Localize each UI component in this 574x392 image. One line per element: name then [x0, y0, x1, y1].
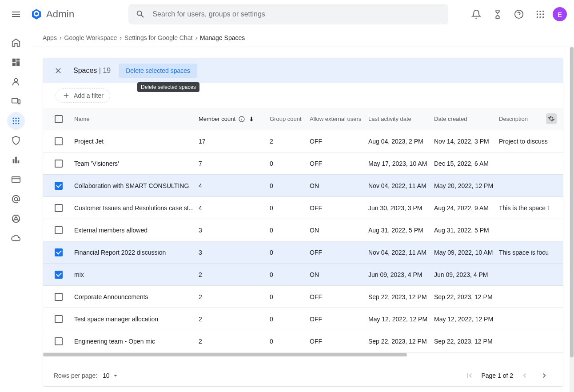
avatar[interactable]: E — [553, 7, 567, 21]
table-row[interactable]: Customer Issues and Resolutions case st.… — [43, 197, 563, 219]
sidebar-item-storage[interactable] — [7, 229, 25, 247]
prev-page-button[interactable] — [517, 368, 533, 384]
sidebar-item-apps[interactable] — [7, 112, 25, 130]
svg-point-30 — [14, 197, 17, 200]
shield-icon — [11, 136, 21, 145]
person-icon — [11, 77, 21, 87]
column-settings-button[interactable] — [546, 113, 557, 124]
search-input[interactable] — [152, 10, 441, 18]
cell-activity: Sep 22, 2023, 12 PM — [368, 338, 434, 345]
select-all-checkbox[interactable] — [55, 115, 63, 123]
table-row[interactable]: Project Jet172OFFAug 04, 2023, 2 PMNov 1… — [43, 130, 563, 152]
sidebar-item-billing[interactable] — [7, 171, 25, 188]
svg-point-4 — [537, 13, 538, 15]
cell-group: 0 — [270, 293, 310, 300]
row-checkbox[interactable] — [55, 315, 63, 323]
at-icon — [11, 194, 21, 204]
table-row[interactable]: External members allowed30ONAug 31, 2022… — [43, 219, 563, 241]
help-icon — [514, 9, 524, 19]
next-page-button[interactable] — [536, 368, 552, 384]
cell-created: Sep 22, 2023, 12 PM — [434, 338, 499, 345]
cell-member: 2 — [199, 316, 270, 323]
breadcrumb-current: Manage Spaces — [200, 34, 245, 41]
row-checkbox[interactable] — [55, 271, 63, 279]
col-header-member[interactable]: Member count — [199, 116, 270, 123]
table-row[interactable]: mix20ONJun 09, 2023, 4 PMJun 09, 2023, 4… — [43, 264, 563, 286]
table-row[interactable]: Team 'Visioners'70OFFMay 17, 2023, 10 AM… — [43, 152, 563, 175]
col-header-external[interactable]: Allow external users — [310, 116, 368, 122]
horizontal-scrollbar[interactable] — [43, 352, 563, 357]
breadcrumb-item[interactable]: Settings for Google Chat — [124, 34, 192, 41]
sidebar-item-rules[interactable] — [7, 210, 25, 228]
col-header-activity[interactable]: Last activity date — [368, 116, 434, 122]
sidebar-item-security[interactable] — [7, 132, 25, 149]
row-checkbox[interactable] — [55, 293, 63, 301]
sidebar-item-account[interactable] — [7, 190, 25, 208]
row-checkbox[interactable] — [55, 137, 63, 145]
svg-point-2 — [539, 11, 541, 12]
row-checkbox[interactable] — [55, 248, 63, 256]
rpp-select[interactable]: 10 — [103, 372, 120, 380]
cell-group: 0 — [270, 227, 310, 234]
notifications-button[interactable] — [467, 5, 485, 23]
rpp-label: Rows per page: — [54, 372, 97, 379]
svg-point-3 — [542, 11, 544, 12]
svg-rect-16 — [18, 100, 20, 104]
row-checkbox[interactable] — [55, 204, 63, 212]
apps-button[interactable] — [531, 5, 549, 23]
page-indicator: Page 1 of 2 — [481, 372, 513, 379]
sidebar-item-reporting[interactable] — [7, 151, 25, 169]
cell-created: May 12, 2022, 12 PM — [434, 316, 499, 323]
svg-point-21 — [15, 120, 16, 121]
tasks-button[interactable] — [489, 5, 506, 23]
cell-member: 2 — [199, 271, 270, 278]
selection-title: Spaces | 19 — [73, 67, 111, 75]
cell-name: Project Jet — [74, 138, 199, 145]
cell-member: 4 — [199, 182, 270, 189]
row-checkbox[interactable] — [55, 337, 63, 345]
app-logo[interactable]: Admin — [30, 8, 74, 20]
table-row[interactable]: Financial Report 2022 discussion30OFFNov… — [43, 241, 563, 264]
sidebar-item-users[interactable] — [7, 73, 25, 91]
header-actions: E — [467, 5, 567, 23]
delete-selected-button[interactable]: Delete selected spaces — [119, 64, 197, 78]
sidebar-item-home[interactable] — [7, 34, 25, 52]
breadcrumb-item[interactable]: Google Workspace — [64, 34, 117, 41]
cell-activity: May 12, 2022, 12 PM — [368, 316, 434, 323]
cell-name: External members allowed — [74, 227, 199, 234]
col-header-group[interactable]: Group count — [270, 116, 310, 122]
col-header-name[interactable]: Name — [74, 116, 199, 122]
cell-external: OFF — [310, 249, 368, 256]
first-page-button[interactable] — [462, 368, 478, 384]
cell-name: Corporate Announcements — [74, 293, 199, 300]
table-row[interactable]: Collaboration with SMART CONSULTING40ONN… — [43, 175, 563, 197]
table-body: Project Jet172OFFAug 04, 2023, 2 PMNov 1… — [43, 130, 563, 352]
clear-selection-button[interactable] — [51, 64, 65, 78]
add-filter-button[interactable]: Add a filter — [56, 88, 110, 103]
svg-point-20 — [13, 120, 14, 121]
sidebar-item-devices[interactable] — [7, 92, 25, 110]
cell-group: 0 — [270, 249, 310, 256]
svg-point-24 — [15, 123, 16, 124]
table-row[interactable]: Engineering team - Open mic20OFFSep 22, … — [43, 330, 563, 352]
table-row[interactable]: Corporate Announcements20OFFSep 22, 2023… — [43, 286, 563, 308]
row-checkbox[interactable] — [55, 160, 63, 168]
svg-point-32 — [15, 217, 17, 220]
dropdown-icon — [112, 372, 120, 380]
row-checkbox[interactable] — [55, 182, 63, 190]
cloud-icon — [11, 233, 21, 243]
sidebar-item-dashboard[interactable] — [7, 53, 25, 71]
row-checkbox[interactable] — [55, 226, 63, 234]
first-page-icon — [465, 371, 474, 380]
cell-created: Nov 14, 2022, 3 PM — [434, 138, 499, 145]
menu-button[interactable] — [7, 5, 25, 23]
table-row[interactable]: Test space manager allocation20OFFMay 12… — [43, 308, 563, 330]
cell-created: Jun 09, 2023, 4 PM — [434, 271, 499, 278]
col-header-created[interactable]: Date created — [434, 116, 499, 122]
chevron-right-icon: › — [120, 34, 122, 41]
app-name: Admin — [46, 8, 74, 20]
breadcrumb-item[interactable]: Apps — [43, 34, 57, 41]
help-button[interactable] — [510, 5, 528, 23]
search-bar[interactable] — [128, 4, 448, 24]
vertical-scrollbar[interactable] — [570, 47, 574, 392]
